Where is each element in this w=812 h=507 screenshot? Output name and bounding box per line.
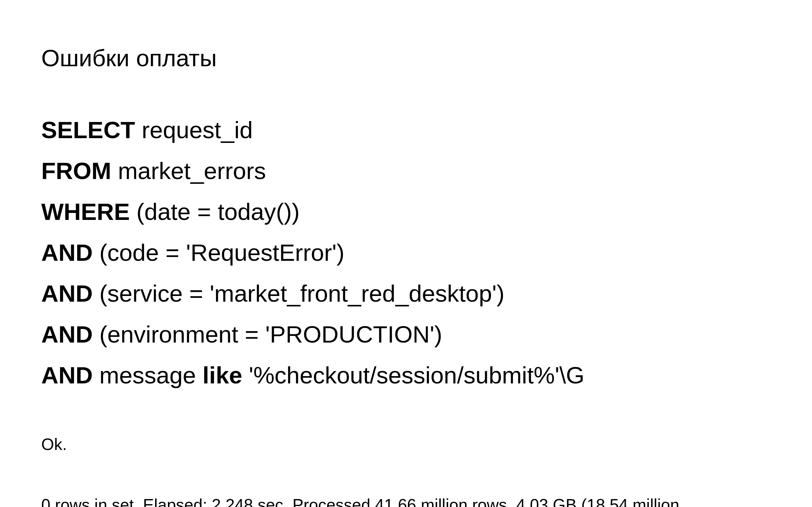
result-stats: 0 rows in set. Elapsed: 2.248 sec. Proce… [41, 490, 771, 507]
sql-rest: (environment = 'PRODUCTION') [93, 321, 443, 348]
sql-line-and-message: AND message like '%checkout/session/subm… [41, 355, 771, 396]
sql-rest: '%checkout/session/submit%'\G [242, 362, 585, 389]
sql-keyword-and: AND [41, 321, 93, 348]
sql-keyword-and: AND [41, 362, 93, 389]
sql-query-block: SELECT request_id FROM market_errors WHE… [41, 110, 771, 396]
sql-mid: message [93, 362, 203, 389]
sql-rest: (code = 'RequestError') [93, 239, 345, 266]
slide-title: Ошибки оплаты [41, 44, 771, 72]
sql-keyword-and: AND [41, 239, 93, 266]
sql-keyword-where: WHERE [41, 199, 130, 225]
sql-line-and-code: AND (code = 'RequestError') [41, 232, 771, 273]
sql-keyword-and: AND [41, 280, 93, 307]
sql-keyword-like: like [203, 362, 242, 389]
sql-line-and-env: AND (environment = 'PRODUCTION') [41, 314, 771, 355]
result-ok: Ok. [41, 429, 771, 459]
sql-keyword-from: FROM [41, 158, 111, 184]
sql-rest: (service = 'market_front_red_desktop') [93, 280, 505, 307]
sql-line-and-service: AND (service = 'market_front_red_desktop… [41, 273, 771, 314]
sql-rest: market_errors [111, 158, 266, 184]
sql-line-where: WHERE (date = today()) [41, 191, 771, 232]
sql-line-from: FROM market_errors [41, 151, 771, 191]
sql-keyword-select: SELECT [41, 117, 135, 143]
sql-rest: (date = today()) [130, 199, 300, 225]
sql-line-select: SELECT request_id [41, 110, 771, 151]
sql-rest: request_id [135, 117, 253, 143]
result-stats-line1: 0 rows in set. Elapsed: 2.248 sec. Proce… [41, 490, 771, 507]
